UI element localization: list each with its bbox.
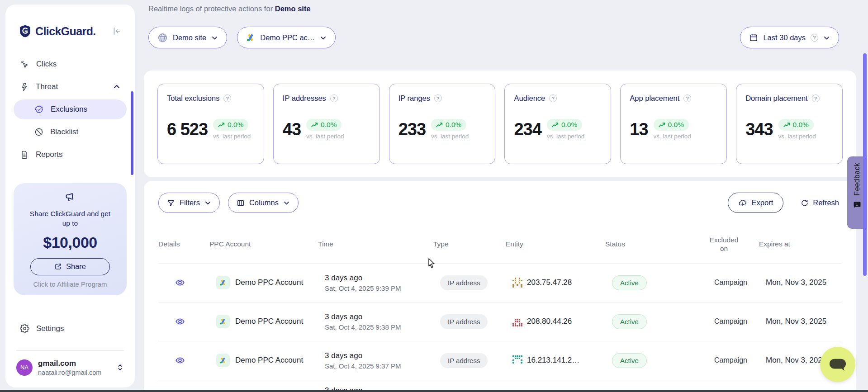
cloud-download-icon <box>738 198 747 208</box>
help-circle-icon: ? <box>434 94 442 102</box>
export-label: Export <box>752 198 773 207</box>
chevron-up-down-icon <box>116 363 124 372</box>
sidebar-item-label: Settings <box>36 324 64 333</box>
subtitle-text: Realtime logs of protective actions for <box>148 5 273 13</box>
help-circle-icon: ? <box>223 94 231 102</box>
row-time-relative: 3 days ago <box>325 274 440 283</box>
refresh-button[interactable]: Refresh <box>798 193 842 213</box>
chat-widget-button[interactable] <box>820 347 855 382</box>
table-header-row: Details PPC Account Time Type Entity Sta… <box>158 229 842 264</box>
row-time-absolute: Sat, Oct 4, 2025 9:37 PM <box>325 362 440 370</box>
row-entity: 16.213.141.2… <box>527 356 579 365</box>
column-header-time[interactable]: Time <box>318 240 433 248</box>
page-subtitle: Realtime logs of protective actions for … <box>148 5 868 13</box>
badge-check-icon <box>34 105 44 114</box>
column-header-excluded-on[interactable]: Excluded on <box>708 236 740 253</box>
collapse-sidebar-icon <box>111 26 121 36</box>
filters-label: Filters <box>180 198 200 207</box>
account-switcher[interactable]: NA gmail.com naatali.ro@gmail.com <box>14 359 127 376</box>
site-selector-dropdown[interactable]: Demo site <box>148 27 227 48</box>
megaphone-icon <box>64 191 76 203</box>
column-header-entity[interactable]: Entity <box>506 240 605 248</box>
stat-card-ip-addresses: IP addresses? 43 0.0% vs. last period <box>273 84 380 164</box>
column-header-status[interactable]: Status <box>605 240 689 248</box>
chevron-down-icon <box>204 199 211 206</box>
filter-funnel-icon <box>167 199 175 207</box>
table-row: Demo PPC Account 3 days agoSat, Oct 4, 2… <box>158 302 842 341</box>
stat-caption: vs. last period <box>778 133 816 140</box>
table-row: Demo PPC Account 3 days agoSat, Oct 4, 2… <box>158 264 842 302</box>
stat-delta: 0.0% <box>446 121 461 129</box>
document-icon <box>20 150 29 160</box>
row-details-button[interactable] <box>165 355 185 365</box>
globe-icon <box>157 33 168 43</box>
stat-label: App placement <box>630 94 679 103</box>
stat-card-audience: Audience? 234 0.0% vs. last period <box>504 84 611 164</box>
sidebar-item-threat[interactable]: Threat <box>14 77 127 97</box>
stat-delta: 0.0% <box>668 121 684 129</box>
trend-up-icon <box>659 123 665 128</box>
row-ppc-account: Demo PPC Account <box>235 356 303 365</box>
table-row: Demo PPC Account 3 days agoSat, Oct 4, 2… <box>158 341 842 380</box>
stat-card-app-placement: App placement? 13 0.0% vs. last period <box>620 84 727 164</box>
sidebar-item-label: Exclusions <box>51 105 87 114</box>
eye-icon <box>175 316 185 326</box>
row-details-button[interactable] <box>165 316 185 326</box>
column-header-type[interactable]: Type <box>433 240 506 248</box>
sidebar-collapse-button[interactable] <box>111 26 121 36</box>
column-header-details[interactable]: Details <box>158 240 209 248</box>
eye-icon <box>175 355 185 365</box>
trend-up-icon <box>552 123 559 128</box>
sidebar-item-blacklist[interactable]: Blacklist <box>14 122 127 142</box>
sidebar-item-label: Threat <box>36 82 58 91</box>
export-button[interactable]: Export <box>728 193 784 213</box>
ppc-account-selector-dropdown[interactable]: Demo PPC ac… <box>237 27 336 48</box>
stat-caption: vs. last period <box>213 133 251 140</box>
columns-dropdown[interactable]: Columns <box>228 193 299 213</box>
chevron-down-icon <box>320 34 327 41</box>
feedback-chat-icon <box>853 200 862 209</box>
sidebar-item-reports[interactable]: Reports <box>14 145 127 165</box>
row-details-button[interactable] <box>165 278 185 288</box>
row-time-relative: 3 days ago <box>325 351 440 360</box>
filter-row: Demo site Demo PPC ac… Last 30 days <box>144 27 868 48</box>
row-time-absolute: Sat, Oct 4, 2025 9:38 PM <box>325 323 440 331</box>
affiliate-promo-card: Share ClickGuard and get up to $10,000 S… <box>14 183 127 295</box>
date-range-dropdown[interactable]: Last 30 days ? <box>740 27 839 48</box>
promo-footnote[interactable]: Click to Affiliate Program <box>19 280 121 288</box>
cursor-click-icon <box>20 60 29 69</box>
external-link-icon <box>54 263 62 270</box>
stat-value: 343 <box>745 120 773 139</box>
google-ads-icon <box>216 276 230 289</box>
help-circle-icon: ? <box>683 94 691 102</box>
calendar-icon <box>749 33 758 42</box>
sidebar-item-settings[interactable]: Settings <box>14 319 127 339</box>
main-content: Realtime logs of protective actions for … <box>144 0 868 392</box>
share-button[interactable]: Share <box>30 258 110 275</box>
refresh-label: Refresh <box>813 198 839 207</box>
sidebar-scrollbar-thumb[interactable] <box>131 91 133 175</box>
row-excluded-on: Campaign <box>696 317 766 326</box>
row-excluded-on: Campaign <box>696 279 766 287</box>
row-ppc-account: Demo PPC Account <box>235 317 303 326</box>
app-screen: ClickGuard. Clicks Threat <box>0 0 868 392</box>
page-scrollbar-thumb[interactable] <box>863 53 867 276</box>
stat-value: 233 <box>398 120 426 139</box>
filters-dropdown[interactable]: Filters <box>158 193 220 213</box>
column-header-expires-at[interactable]: Expires at <box>759 240 842 248</box>
sidebar-nav: Clicks Threat Exclusions <box>14 54 127 165</box>
stat-label: IP addresses <box>283 94 326 103</box>
logo-text: ClickGuard. <box>35 25 96 38</box>
row-status-badge: Active <box>612 275 647 290</box>
sidebar-item-clicks[interactable]: Clicks <box>14 54 127 74</box>
ppc-selector-label: Demo PPC ac… <box>260 33 315 42</box>
stat-card-total-exclusions: Total exclusions? 6 523 0.0% vs. last pe… <box>157 84 264 164</box>
stat-label: Total exclusions <box>167 94 219 103</box>
entity-identicon <box>512 278 522 288</box>
stat-delta: 0.0% <box>561 121 577 129</box>
stat-label: IP ranges <box>398 94 430 103</box>
column-header-ppc-account[interactable]: PPC Account <box>209 240 318 248</box>
row-excluded-on: Campaign <box>696 356 766 364</box>
sidebar-item-exclusions[interactable]: Exclusions <box>14 99 127 119</box>
date-range-label: Last 30 days <box>763 33 806 42</box>
